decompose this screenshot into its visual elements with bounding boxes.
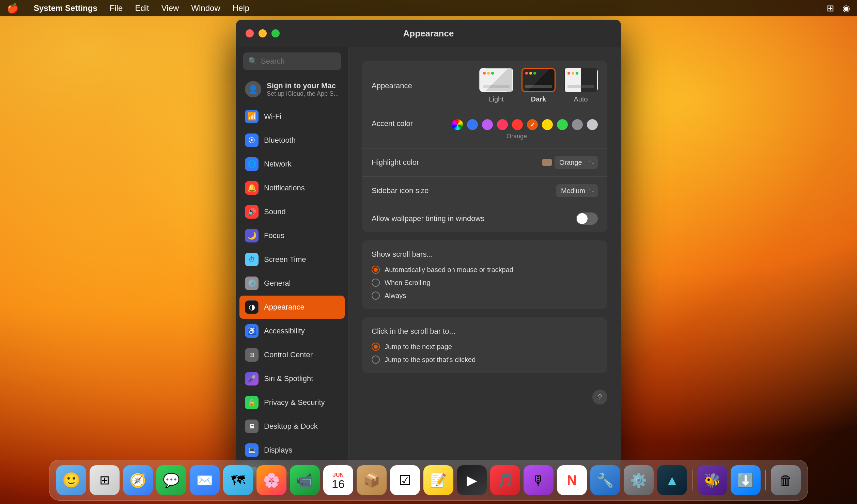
click-nextpage-item[interactable]: Jump to the next page bbox=[372, 343, 598, 351]
appearance-option-dark[interactable]: Dark bbox=[521, 68, 556, 103]
settings-dock-icon: ⚙️ bbox=[630, 472, 647, 488]
scrollbars-card: Show scroll bars... Automatically based … bbox=[362, 240, 607, 309]
wallpaper-tinting-toggle[interactable] bbox=[576, 212, 598, 225]
menubar-file[interactable]: File bbox=[110, 3, 123, 13]
dock-item-instruments[interactable]: 🔧 bbox=[590, 465, 620, 495]
sidebar-item-notifications[interactable]: 🔔 Notifications bbox=[239, 176, 345, 200]
dock-item-settings[interactable]: ⚙️ bbox=[624, 465, 654, 495]
click-spot-radio[interactable] bbox=[372, 356, 380, 364]
click-nextpage-radio[interactable] bbox=[372, 343, 380, 351]
menubar-edit[interactable]: Edit bbox=[135, 3, 149, 13]
highlight-color-select-wrapper: Orange Blue Purple Pink Red Yellow Green… bbox=[542, 156, 598, 169]
search-input[interactable] bbox=[261, 57, 336, 66]
sidebar-list: 👤 Sign in to your Mac Set up iCloud, the… bbox=[236, 76, 348, 476]
dock-item-trash[interactable]: 🗑 bbox=[771, 465, 801, 495]
scrollbars-scrolling-item[interactable]: When Scrolling bbox=[372, 279, 598, 287]
accent-graphite[interactable] bbox=[572, 119, 583, 130]
appearance-label: Appearance bbox=[372, 81, 479, 90]
highlight-color-select[interactable]: Orange Blue Purple Pink Red Yellow Green… bbox=[555, 156, 598, 169]
appearance-option-light-label: Light bbox=[489, 95, 503, 103]
sidebar-item-siri[interactable]: 🎤 Siri & Spotlight bbox=[239, 367, 345, 390]
accent-yellow[interactable] bbox=[542, 119, 553, 130]
sidebar-item-displays[interactable]: 💻 Displays bbox=[239, 439, 345, 462]
launchpad-icon: ⊞ bbox=[99, 473, 110, 487]
dock-item-downloader[interactable]: ⬇️ bbox=[731, 465, 761, 495]
appearance-option-auto[interactable]: Auto bbox=[564, 68, 598, 103]
menubar-app-name[interactable]: System Settings bbox=[34, 3, 97, 13]
scrollbars-scrolling-radio[interactable] bbox=[372, 279, 380, 287]
account-icon: 👤 bbox=[245, 81, 261, 97]
downloader-icon: ⬇️ bbox=[737, 472, 754, 488]
menubar-view[interactable]: View bbox=[161, 3, 179, 13]
network-icon: 🌐 bbox=[245, 157, 259, 171]
sidebar-item-network[interactable]: 🌐 Network bbox=[239, 153, 345, 176]
dock-item-messages[interactable]: 💬 bbox=[156, 465, 186, 495]
menubar-siri-icon[interactable]: ◉ bbox=[842, 3, 850, 14]
scrollbars-auto-radio[interactable] bbox=[372, 266, 380, 274]
dock-item-altair[interactable]: ▲ bbox=[657, 465, 687, 495]
sidebar-item-wifi[interactable]: 📶 Wi-Fi bbox=[239, 105, 345, 128]
sidebar-icon-size-select[interactable]: Small Medium Large bbox=[556, 184, 598, 197]
accent-silver[interactable] bbox=[587, 119, 598, 130]
accent-green[interactable] bbox=[557, 119, 568, 130]
sidebar-item-desktop[interactable]: 🖥 Desktop & Dock bbox=[239, 415, 345, 438]
sidebar-item-bluetooth[interactable]: ⦿ Bluetooth bbox=[239, 129, 345, 152]
accent-pink[interactable] bbox=[497, 119, 508, 130]
thumb-bar-light bbox=[483, 85, 510, 88]
accent-red[interactable] bbox=[512, 119, 523, 130]
sidebar-item-appearance[interactable]: ◑ Appearance bbox=[239, 296, 345, 319]
dock-item-safari[interactable]: 🧭 bbox=[123, 465, 153, 495]
notes-icon: 📝 bbox=[430, 472, 447, 488]
minimize-button[interactable] bbox=[259, 29, 267, 37]
dock-item-news[interactable]: N bbox=[557, 465, 587, 495]
appearance-option-light[interactable]: Light bbox=[479, 68, 513, 103]
sidebar-item-privacy[interactable]: 🔒 Privacy & Security bbox=[239, 391, 345, 414]
menubar-window[interactable]: Window bbox=[191, 3, 220, 13]
displays-icon: 💻 bbox=[245, 443, 259, 457]
sidebar-item-controlcenter[interactable]: ⊞ Control Center bbox=[239, 343, 345, 366]
sidebar-item-accessibility[interactable]: ♿ Accessibility bbox=[239, 319, 345, 343]
account-name: Sign in to your Mac bbox=[267, 81, 339, 90]
dock-item-facetime[interactable]: 📹 bbox=[290, 465, 320, 495]
system-settings-window: Appearance 🔍 👤 Sign in to your Mac Set u… bbox=[236, 20, 621, 476]
dock-item-calendar[interactable]: JUN 16 bbox=[323, 465, 353, 495]
dock-item-notes[interactable]: 📝 bbox=[423, 465, 453, 495]
scrollbars-always-item[interactable]: Always bbox=[372, 292, 598, 300]
dock-item-maps[interactable]: 🗺 bbox=[223, 465, 253, 495]
general-icon: ⚙️ bbox=[245, 277, 259, 290]
siri-icon: 🎤 bbox=[245, 372, 259, 385]
dock-item-podcasts[interactable]: 🎙 bbox=[524, 465, 554, 495]
search-box[interactable]: 🔍 bbox=[243, 52, 341, 70]
sidebar-item-focus[interactable]: 🌙 Focus bbox=[239, 224, 345, 247]
sidebar-item-account[interactable]: 👤 Sign in to your Mac Set up iCloud, the… bbox=[239, 76, 345, 102]
click-spot-item[interactable]: Jump to the spot that's clicked bbox=[372, 356, 598, 364]
accent-multicolor[interactable] bbox=[452, 119, 463, 130]
altair-icon: ▲ bbox=[665, 473, 679, 488]
dock-item-photos[interactable]: 🌸 bbox=[256, 465, 286, 495]
accent-orange[interactable] bbox=[527, 119, 538, 130]
sidebar-item-sound[interactable]: 🔊 Sound bbox=[239, 200, 345, 223]
thumb-dot-green-auto bbox=[576, 72, 578, 75]
help-button[interactable]: ? bbox=[592, 390, 607, 405]
accent-purple[interactable] bbox=[482, 119, 493, 130]
sidebar-search-area: 🔍 bbox=[236, 47, 348, 76]
scrollbars-auto-item[interactable]: Automatically based on mouse or trackpad bbox=[372, 266, 598, 274]
accent-blue[interactable] bbox=[467, 119, 478, 130]
maximize-button[interactable] bbox=[271, 29, 280, 37]
menubar-control-center-icon[interactable]: ⊞ bbox=[827, 3, 834, 14]
dock-item-launchpad[interactable]: ⊞ bbox=[90, 465, 120, 495]
dock-item-beekeeper[interactable]: 🐝 bbox=[697, 465, 727, 495]
sidebar-item-general[interactable]: ⚙️ General bbox=[239, 272, 345, 295]
apple-menu-icon[interactable]: 🍎 bbox=[7, 3, 19, 14]
dock-item-music[interactable]: 🎵 bbox=[490, 465, 520, 495]
dock-item-mail[interactable]: ✉️ bbox=[190, 465, 220, 495]
scrollbars-always-radio[interactable] bbox=[372, 292, 380, 300]
close-button[interactable] bbox=[246, 29, 254, 37]
sidebar-item-screentime[interactable]: ⏱ Screen Time bbox=[239, 248, 345, 271]
menubar-help[interactable]: Help bbox=[233, 3, 249, 13]
dock-item-keka[interactable]: 📦 bbox=[357, 465, 387, 495]
keka-icon: 📦 bbox=[363, 472, 380, 488]
dock-item-finder[interactable]: 🙂 bbox=[56, 465, 86, 495]
dock-item-reminders[interactable]: ☑ bbox=[390, 465, 420, 495]
dock-item-appletv[interactable]: ▶ bbox=[457, 465, 487, 495]
